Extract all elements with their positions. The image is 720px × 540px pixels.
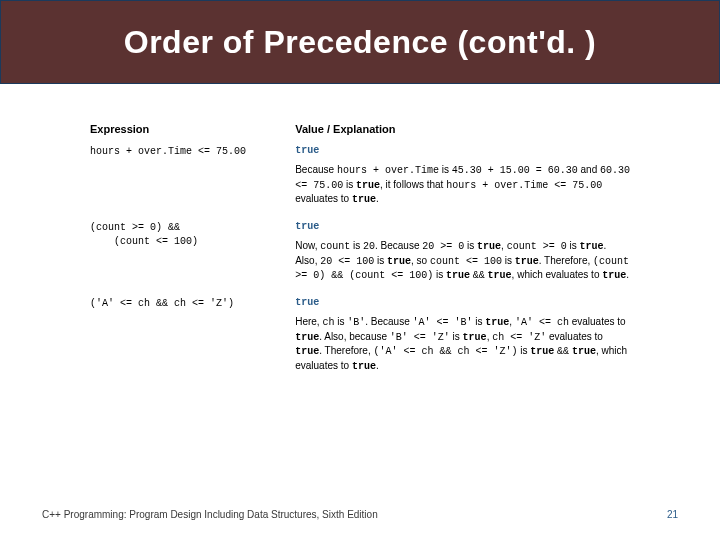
col-header-value: Value / Explanation	[295, 122, 630, 141]
slide-content: Expression Value / Explanation hours + o…	[0, 84, 720, 383]
precedence-table: Expression Value / Explanation hours + o…	[90, 122, 630, 383]
footer: C++ Programming: Program Design Includin…	[42, 509, 678, 520]
footer-page: 21	[667, 509, 678, 520]
footer-book: C++ Programming: Program Design Includin…	[42, 509, 378, 520]
value-cell: trueBecause hours + over.Time is 45.30 +…	[295, 141, 630, 217]
title-bar: Order of Precedence (cont'd. )	[0, 0, 720, 84]
value-cell: trueHere, ch is 'B'. Because 'A' <= 'B' …	[295, 293, 630, 384]
value-cell: trueNow, count is 20. Because 20 >= 0 is…	[295, 217, 630, 293]
expression-cell: ('A' <= ch && ch <= 'Z')	[90, 293, 295, 384]
table-row: hours + over.Time <= 75.00trueBecause ho…	[90, 141, 630, 217]
slide-title: Order of Precedence (cont'd. )	[124, 24, 596, 61]
expression-cell: (count >= 0) && (count <= 100)	[90, 217, 295, 293]
col-header-expression: Expression	[90, 122, 295, 141]
expression-cell: hours + over.Time <= 75.00	[90, 141, 295, 217]
table-row: ('A' <= ch && ch <= 'Z')trueHere, ch is …	[90, 293, 630, 384]
table-row: (count >= 0) && (count <= 100)trueNow, c…	[90, 217, 630, 293]
